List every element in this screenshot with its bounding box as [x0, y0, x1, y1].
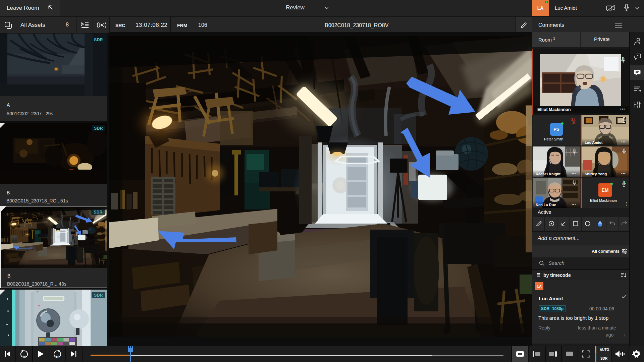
svg-text:10: 10	[22, 355, 26, 359]
svg-text:10: 10	[55, 355, 59, 359]
